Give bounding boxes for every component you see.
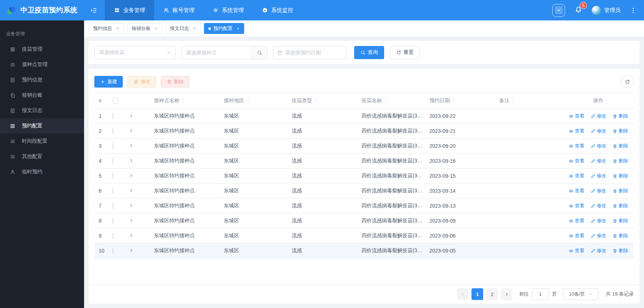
tab[interactable]: 预约信息: [89, 23, 124, 34]
edit-link[interactable]: 修改: [591, 173, 606, 179]
delete-link[interactable]: 删除: [613, 247, 628, 254]
row-checkbox[interactable]: [113, 128, 113, 134]
expand-row-icon[interactable]: [129, 218, 134, 223]
view-link[interactable]: 查看: [569, 173, 584, 179]
edit-link[interactable]: 修改: [591, 247, 606, 254]
prev-page-button[interactable]: [457, 288, 469, 300]
view-link[interactable]: 查看: [569, 128, 584, 134]
expand-row-icon[interactable]: [129, 203, 134, 208]
page-button[interactable]: 1: [471, 288, 483, 300]
nav-menu-item[interactable]: 系统管理: [204, 0, 253, 20]
nav-menu-item[interactable]: 账号管理: [154, 0, 204, 20]
edit-link[interactable]: 修改: [591, 203, 606, 209]
row-expand-cell: [124, 143, 149, 149]
date-input[interactable]: [285, 50, 342, 55]
row-checkbox[interactable]: [113, 248, 113, 254]
notifications-button[interactable]: 5: [574, 5, 583, 15]
page-size-select[interactable]: 10条/页: [563, 288, 598, 300]
row-index: 4: [94, 158, 108, 164]
user-menu[interactable]: 管理员: [592, 6, 621, 15]
nav-menu-item[interactable]: 系统监控: [253, 0, 302, 20]
view-link[interactable]: 查看: [569, 232, 584, 239]
row-actions: 查看修改删除: [569, 113, 628, 119]
expand-row-icon[interactable]: [129, 233, 134, 238]
edit-link[interactable]: 修改: [591, 128, 606, 134]
view-link[interactable]: 查看: [569, 143, 584, 149]
edit-link-label: 修改: [597, 173, 606, 179]
reset-button[interactable]: 重置: [390, 46, 420, 59]
delete-link[interactable]: 删除: [613, 113, 628, 119]
delete-link[interactable]: 删除: [613, 232, 628, 239]
table-row: 7东城区特约接种点东城区流感四价流感病毒裂解疫苗(3岁...2023-09-13…: [94, 199, 634, 213]
delete-link[interactable]: 删除: [613, 203, 628, 209]
row-checkbox[interactable]: [113, 143, 113, 149]
edit-link[interactable]: 修改: [591, 188, 606, 194]
nav-menu-item[interactable]: 业务管理: [105, 0, 154, 20]
table-refresh-button[interactable]: [621, 75, 634, 88]
row-checkbox[interactable]: [113, 218, 113, 224]
sidebar-item[interactable]: 临时预约: [0, 164, 84, 180]
page-button[interactable]: 2: [486, 288, 498, 300]
row-checkbox[interactable]: [113, 203, 113, 209]
tab[interactable]: 核销台账: [127, 23, 162, 34]
delete-link[interactable]: 删除: [613, 217, 628, 224]
site-search-button[interactable]: [252, 46, 267, 59]
select-all-checkbox[interactable]: [113, 98, 118, 104]
view-link[interactable]: 查看: [569, 188, 584, 194]
expand-row-icon[interactable]: [129, 128, 134, 133]
row-checkbox[interactable]: [113, 113, 113, 119]
sidebar-item[interactable]: 其他配置: [0, 149, 84, 164]
view-link[interactable]: 查看: [569, 113, 584, 119]
create-button[interactable]: 新建: [94, 76, 123, 88]
delete-button[interactable]: 删除: [161, 76, 189, 88]
more-menu-icon[interactable]: [630, 7, 637, 14]
site-input[interactable]: [182, 46, 252, 59]
row-checkbox[interactable]: [113, 188, 113, 194]
view-link[interactable]: 查看: [569, 247, 584, 254]
edit-link[interactable]: 修改: [591, 113, 606, 119]
sidebar-item[interactable]: 预约配置: [0, 118, 84, 134]
sidebar-section-label: 业务管理: [0, 20, 84, 42]
view-link[interactable]: 查看: [569, 217, 584, 224]
vaccine-name-cell: 四价流感病毒裂解疫苗(3岁...: [357, 113, 425, 119]
edit-button[interactable]: 修改: [128, 76, 156, 88]
edit-link[interactable]: 修改: [591, 158, 606, 164]
sidebar-item[interactable]: 疫苗管理: [0, 42, 84, 57]
close-icon: [116, 27, 120, 30]
row-checkbox[interactable]: [113, 158, 113, 164]
expand-row-icon[interactable]: [129, 188, 134, 193]
delete-link[interactable]: 删除: [613, 173, 628, 179]
vaccine-select[interactable]: 请选择疫苗: [94, 46, 175, 59]
sidebar-item[interactable]: 接种点管理: [0, 57, 84, 72]
next-page-button[interactable]: [501, 288, 512, 300]
expand-row-icon[interactable]: [129, 158, 134, 163]
goto-page-input[interactable]: [532, 288, 549, 300]
search-button[interactable]: 查询: [354, 46, 384, 59]
row-checkbox[interactable]: [113, 233, 113, 239]
delete-link[interactable]: 删除: [613, 158, 628, 164]
view-link[interactable]: 查看: [569, 203, 584, 209]
sidebar-item[interactable]: 时间段配置: [0, 134, 84, 149]
delete-link[interactable]: 删除: [613, 143, 628, 149]
sidebar-item[interactable]: 报文日志: [0, 103, 84, 118]
eye-icon: [569, 234, 573, 238]
tab[interactable]: 报文日志: [166, 23, 201, 34]
row-checkbox[interactable]: [113, 173, 113, 179]
edit-link[interactable]: 修改: [591, 232, 606, 239]
view-link[interactable]: 查看: [569, 158, 584, 164]
vaccine-name-cell: 四价流感病毒裂解疫苗(3岁...: [357, 128, 425, 134]
edit-link[interactable]: 修改: [591, 217, 606, 224]
sidebar-item[interactable]: 核销台账: [0, 88, 84, 103]
date-picker[interactable]: [273, 46, 347, 59]
tab[interactable]: 预约配置: [204, 23, 244, 34]
collapse-menu-icon[interactable]: [90, 7, 98, 14]
delete-link[interactable]: 删除: [613, 128, 628, 134]
expand-row-icon[interactable]: [129, 173, 134, 178]
expand-row-icon[interactable]: [129, 248, 134, 253]
quick-dropdown-button[interactable]: [552, 4, 565, 17]
sidebar-item[interactable]: 预约信息: [0, 72, 84, 88]
edit-link[interactable]: 修改: [591, 143, 606, 149]
expand-row-icon[interactable]: [129, 143, 134, 148]
expand-row-icon[interactable]: [129, 113, 134, 118]
delete-link[interactable]: 删除: [613, 188, 628, 194]
